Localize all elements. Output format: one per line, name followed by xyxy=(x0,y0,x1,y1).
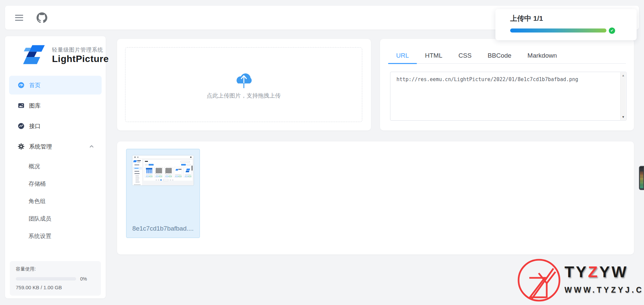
sidebar-subitem-bucket[interactable]: 存储桶 xyxy=(9,175,102,192)
logo-title: LightPicture xyxy=(52,54,109,64)
tab-css[interactable]: CSS xyxy=(450,48,480,63)
upload-card: 点此上传图片，支持拖拽上传 xyxy=(117,39,371,130)
github-icon[interactable] xyxy=(37,12,47,23)
sidebar-subitem-settings[interactable]: 系统设置 xyxy=(9,227,102,245)
capacity-usage-text: 759.00 KB / 1.00 GB xyxy=(16,285,95,290)
logo-subtitle: 轻量级图片管理系统 xyxy=(52,47,109,54)
menu-icon[interactable] xyxy=(15,15,23,21)
watermark-zy-logo-icon xyxy=(517,258,561,303)
sidebar-item-label: 接口 xyxy=(29,122,41,130)
capacity-usage-box: 容量使用: 0% 759.00 KB / 1.00 GB xyxy=(10,261,101,296)
sidebar: 轻量级图片管理系统 LightPicture 首页 图库 xyxy=(5,36,106,298)
image-thumbnail xyxy=(132,156,194,185)
sidebar-item-system[interactable]: 系统管理 xyxy=(9,137,102,156)
tab-markdown[interactable]: Markdown xyxy=(520,48,565,63)
sidebar-subitem-roles[interactable]: 角色组 xyxy=(9,192,102,210)
code-content: http://res.eemu.cn/LightPicture/2022/01/… xyxy=(396,76,616,82)
sidebar-subitem-members[interactable]: 团队成员 xyxy=(9,210,102,227)
watermark: TYZYW WWW.TYZYJ.CN xyxy=(517,258,641,305)
gallery-icon xyxy=(18,102,24,109)
upload-notification-title: 上传中 1/1 xyxy=(510,14,543,23)
capacity-progress-bar xyxy=(16,277,76,281)
success-check-icon: ✔ xyxy=(609,27,615,34)
tab-bbcode[interactable]: BBCode xyxy=(480,48,520,63)
scroll-down-icon[interactable]: ▼ xyxy=(621,115,626,119)
capacity-percent: 0% xyxy=(80,276,87,282)
edge-meter-widget[interactable] xyxy=(639,166,644,190)
code-tabs: URL HTML CSS BBCode Markdown xyxy=(388,48,626,64)
scroll-up-icon[interactable]: ▲ xyxy=(621,74,626,77)
gear-icon xyxy=(18,143,24,150)
sidebar-item-label: 首页 xyxy=(29,81,41,89)
tab-html[interactable]: HTML xyxy=(417,48,450,63)
sidebar-item-gallery[interactable]: 图库 xyxy=(9,96,102,115)
uploaded-image-card[interactable]: 8e1c7cd1b7bafbad.... xyxy=(126,149,200,238)
sidebar-menu: 首页 图库 接口 xyxy=(9,76,102,245)
cloud-upload-icon xyxy=(233,70,255,90)
watermark-url: WWW.TYZYJ.CN xyxy=(565,286,644,295)
code-textarea[interactable]: http://res.eemu.cn/LightPicture/2022/01/… xyxy=(390,72,627,121)
sidebar-subitem-overview[interactable]: 概况 xyxy=(9,158,102,175)
upload-dropzone[interactable]: 点此上传图片，支持拖拽上传 xyxy=(125,47,362,122)
code-panel: URL HTML CSS BBCode Markdown http://res.… xyxy=(380,39,634,130)
upload-notification: 上传中 1/1 ✔ xyxy=(495,9,637,40)
tab-url[interactable]: URL xyxy=(388,48,417,63)
sidebar-item-api[interactable]: 接口 xyxy=(9,117,102,135)
chevron-up-icon xyxy=(89,144,94,149)
sidebar-item-label: 图库 xyxy=(29,102,41,110)
image-filename: 8e1c7cd1b7bafbad.... xyxy=(126,225,200,232)
uploaded-images-panel: 8e1c7cd1b7bafbad.... xyxy=(117,141,634,254)
app-logo[interactable]: 轻量级图片管理系统 LightPicture xyxy=(22,45,109,66)
upload-progress-bar xyxy=(510,28,606,33)
api-icon xyxy=(18,123,24,129)
watermark-brand: TYZYW xyxy=(565,262,644,281)
upload-hint-text: 点此上传图片，支持拖拽上传 xyxy=(207,92,281,100)
sidebar-item-home[interactable]: 首页 xyxy=(9,76,102,95)
textarea-scrollbar[interactable]: ▲ ▼ xyxy=(620,72,626,120)
capacity-label: 容量使用: xyxy=(16,266,95,272)
sidebar-item-label: 系统管理 xyxy=(29,143,52,150)
lightpicture-logo-icon xyxy=(22,45,50,66)
dashboard-icon xyxy=(18,82,24,88)
